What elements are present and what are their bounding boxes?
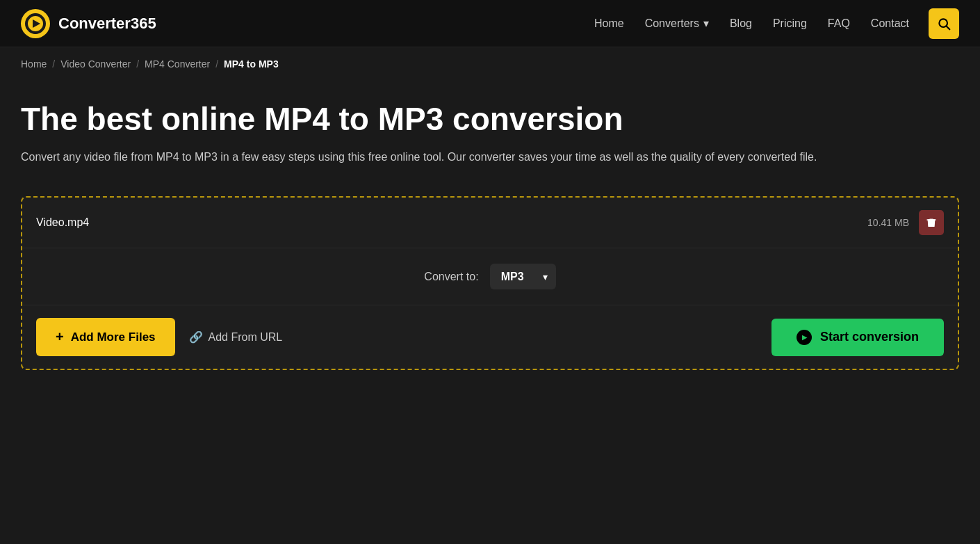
nav-contact[interactable]: Contact: [864, 13, 916, 34]
plus-icon: +: [56, 329, 64, 345]
search-icon: [937, 17, 951, 31]
svg-line-2: [947, 26, 950, 29]
convert-to-row: Convert to: MP3 AAC WAV OGG FLAC M4A: [22, 248, 958, 305]
trash-icon: [926, 217, 937, 228]
chevron-down-icon: ▾: [703, 17, 709, 30]
breadcrumb-sep3: /: [215, 58, 218, 70]
action-row: + Add More Files 🔗 Add From URL Start co…: [22, 305, 958, 369]
start-conversion-button[interactable]: Start conversion: [771, 319, 944, 356]
page-title: The best online MP4 to MP3 conversion: [21, 102, 959, 137]
file-row: Video.mp4 10.41 MB: [22, 198, 958, 248]
format-select[interactable]: MP3 AAC WAV OGG FLAC M4A: [490, 264, 556, 289]
nav-pricing[interactable]: Pricing: [766, 13, 814, 34]
hero-section: The best online MP4 to MP3 conversion Co…: [0, 81, 980, 179]
convert-label: Convert to:: [424, 271, 478, 283]
breadcrumb: Home / Video Converter / MP4 Converter /…: [0, 47, 980, 81]
delete-file-button[interactable]: [919, 210, 944, 235]
nav-converters[interactable]: Converters ▾: [638, 13, 716, 34]
converter-box: Video.mp4 10.41 MB Convert to: MP3 AAC: [21, 196, 959, 370]
file-size: 10.41 MB: [867, 217, 909, 228]
search-button[interactable]: [929, 8, 959, 39]
breadcrumb-current: MP4 to MP3: [224, 58, 279, 70]
add-url-label: Add From URL: [209, 331, 283, 344]
breadcrumb-home[interactable]: Home: [21, 58, 47, 70]
main-nav: Home Converters ▾ Blog Pricing FAQ Conta…: [587, 8, 959, 39]
add-from-url-button[interactable]: 🔗 Add From URL: [189, 330, 283, 344]
left-actions: + Add More Files 🔗 Add From URL: [36, 318, 282, 356]
page-description: Convert any video file from MP4 to MP3 i…: [21, 148, 959, 166]
breadcrumb-sep1: /: [52, 58, 55, 70]
file-info-right: 10.41 MB: [867, 210, 944, 235]
add-more-files-button[interactable]: + Add More Files: [36, 318, 175, 356]
start-label: Start conversion: [820, 330, 919, 344]
nav-home[interactable]: Home: [587, 13, 631, 34]
breadcrumb-video-converter[interactable]: Video Converter: [60, 58, 131, 70]
file-name: Video.mp4: [36, 216, 89, 229]
add-files-label: Add More Files: [71, 330, 156, 344]
nav-blog[interactable]: Blog: [723, 13, 759, 34]
breadcrumb-sep2: /: [136, 58, 139, 70]
breadcrumb-mp4-converter[interactable]: MP4 Converter: [145, 58, 210, 70]
link-icon: 🔗: [189, 330, 203, 344]
format-select-wrapper[interactable]: MP3 AAC WAV OGG FLAC M4A: [490, 264, 556, 289]
nav-faq[interactable]: FAQ: [821, 13, 857, 34]
logo[interactable]: Converter365: [21, 9, 156, 38]
logo-icon: [21, 9, 50, 38]
logo-text: Converter365: [58, 15, 156, 33]
play-icon: [797, 330, 812, 345]
